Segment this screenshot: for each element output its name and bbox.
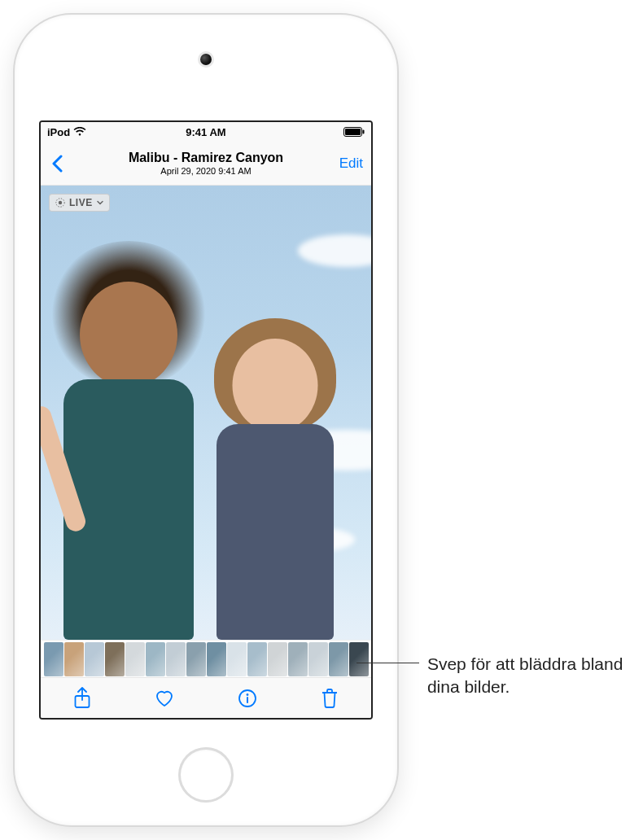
nav-bar: Malibu - Ramirez Canyon April 29, 2020 9… xyxy=(41,142,371,186)
thumbnail[interactable] xyxy=(125,642,145,676)
back-button[interactable] xyxy=(41,142,73,185)
callout-annotation: Svep för att bläddra bland dina bilder. xyxy=(356,653,625,699)
photo-viewer[interactable]: LIVE xyxy=(41,186,371,640)
home-button[interactable] xyxy=(178,747,234,803)
chevron-left-icon xyxy=(51,155,63,173)
device-frame: iPod 9:41 AM Malibu - Ramirez Canyon Apr… xyxy=(15,15,397,825)
chevron-down-icon xyxy=(96,199,104,207)
svg-rect-1 xyxy=(345,129,361,135)
thumbnail[interactable] xyxy=(268,642,287,676)
svg-point-7 xyxy=(246,693,248,696)
live-badge-label: LIVE xyxy=(69,197,93,208)
thumbnail[interactable] xyxy=(186,642,206,676)
thumbnail[interactable] xyxy=(207,642,226,676)
callout-leader-line xyxy=(356,663,419,663)
front-camera xyxy=(200,54,212,65)
share-icon xyxy=(73,687,91,710)
thumbnail[interactable] xyxy=(64,642,84,676)
status-bar: iPod 9:41 AM xyxy=(41,122,371,142)
carrier-label: iPod xyxy=(47,126,70,138)
thumbnail[interactable] xyxy=(227,642,247,676)
thumbnail[interactable] xyxy=(308,642,328,676)
thumbnail[interactable] xyxy=(85,642,104,676)
bottom-toolbar xyxy=(41,677,371,718)
status-time: 9:41 AM xyxy=(186,126,225,138)
callout-text: Svep för att bläddra bland dina bilder. xyxy=(419,653,625,699)
favorite-button[interactable] xyxy=(148,682,181,715)
page-title: Malibu - Ramirez Canyon xyxy=(129,151,283,165)
thumbnail[interactable] xyxy=(288,642,308,676)
photo-content xyxy=(41,186,371,640)
thumbnail-strip[interactable] xyxy=(41,640,371,677)
battery-icon xyxy=(343,127,365,137)
page-subtitle: April 29, 2020 9:41 AM xyxy=(160,166,251,176)
live-photo-badge[interactable]: LIVE xyxy=(49,194,110,212)
edit-button[interactable]: Edit xyxy=(339,142,363,185)
svg-rect-2 xyxy=(363,130,365,134)
thumbnail[interactable] xyxy=(166,642,186,676)
person-left xyxy=(55,290,202,640)
thumbnail[interactable] xyxy=(44,642,63,676)
heart-icon xyxy=(154,689,175,708)
thumbnail[interactable] xyxy=(105,642,125,676)
person-right xyxy=(202,330,348,640)
thumbnail[interactable] xyxy=(247,642,267,676)
thumbnail[interactable] xyxy=(146,642,165,676)
delete-button[interactable] xyxy=(313,682,346,715)
screen: iPod 9:41 AM Malibu - Ramirez Canyon Apr… xyxy=(39,120,373,720)
svg-point-3 xyxy=(59,201,62,204)
share-button[interactable] xyxy=(66,682,98,715)
info-icon xyxy=(238,689,257,708)
trash-icon xyxy=(321,688,339,709)
info-button[interactable] xyxy=(231,682,264,715)
wifi-icon xyxy=(73,127,86,137)
live-photo-icon xyxy=(55,197,66,208)
thumbnail[interactable] xyxy=(329,642,348,676)
